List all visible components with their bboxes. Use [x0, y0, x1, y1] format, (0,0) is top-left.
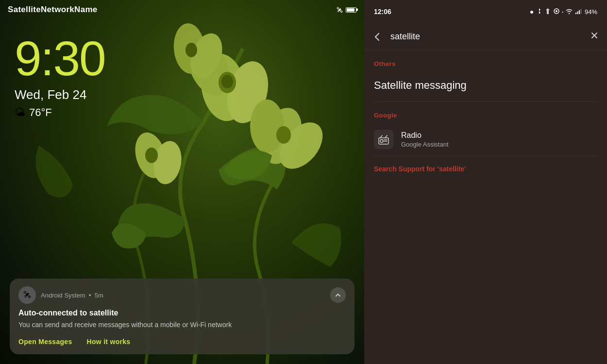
- weather-icon: 🌤: [15, 106, 25, 119]
- network-name: SatelliteNetworkName: [8, 5, 98, 15]
- clock-date: Wed, Feb 24: [15, 87, 105, 102]
- satellite-messaging-title: Satellite messaging: [374, 79, 597, 92]
- support-search-link[interactable]: Search Support for 'satellite': [364, 156, 607, 182]
- focus-icon: [553, 8, 560, 16]
- notification-app-name: Android System: [41, 292, 85, 299]
- clock-time: 9:30: [15, 34, 105, 83]
- dot-indicator: •: [562, 10, 563, 14]
- notification-actions: Open Messages How it works: [18, 338, 346, 346]
- radio-subtitle: Google Assistant: [401, 141, 449, 148]
- svg-rect-18: [575, 13, 576, 14]
- search-clear-button[interactable]: [590, 31, 599, 43]
- notification-body: You can send and receive messages withou…: [18, 320, 346, 330]
- whatsapp-icon: ●: [530, 8, 534, 16]
- settings-panel: 12:06 ●: [364, 0, 607, 364]
- open-messages-button[interactable]: Open Messages: [18, 338, 72, 346]
- settings-status-icons: ● •: [530, 8, 597, 16]
- search-bar: satellite: [364, 23, 607, 50]
- svg-rect-21: [580, 9, 581, 14]
- notification-card: 🛰 Android System • 5m Auto-connected to …: [10, 279, 354, 354]
- svg-point-8: [276, 126, 291, 144]
- settings-status-bar: 12:06 ●: [364, 0, 607, 23]
- weather-row: 🌤 76°F: [15, 106, 105, 119]
- notification-header-left: 🛰 Android System • 5m: [18, 286, 103, 304]
- search-back-button[interactable]: [372, 32, 383, 42]
- notification-title: Auto-connected to satellite: [18, 309, 346, 317]
- svg-point-23: [380, 140, 383, 143]
- svg-point-14: [185, 43, 197, 57]
- radio-title: Radio: [401, 131, 449, 140]
- satellite-messaging-result[interactable]: Satellite messaging: [364, 71, 607, 101]
- bluetooth-icon: [536, 8, 542, 16]
- phone-status-bar: SatelliteNetworkName 🛰: [0, 0, 364, 19]
- satellite-status-icon: 🛰: [337, 6, 343, 14]
- svg-point-16: [556, 10, 557, 12]
- notification-app-icon: 🛰: [18, 286, 36, 304]
- radio-text: Radio Google Assistant: [401, 131, 449, 148]
- phone-screen: SatelliteNetworkName 🛰 9:30 Wed, Feb 24 …: [0, 0, 364, 364]
- svg-point-7: [250, 99, 284, 153]
- section-header-others: Others: [364, 50, 607, 71]
- search-query[interactable]: satellite: [390, 32, 582, 42]
- svg-rect-19: [577, 11, 578, 14]
- phone-clock: 9:30 Wed, Feb 24 🌤 76°F: [15, 34, 105, 119]
- weather-temperature: 76°F: [29, 106, 52, 119]
- svg-rect-20: [579, 10, 580, 14]
- notification-time: 5m: [95, 292, 103, 299]
- notification-expand-button[interactable]: [330, 287, 346, 303]
- notification-header: 🛰 Android System • 5m: [18, 286, 346, 304]
- battery-icon: [346, 7, 356, 13]
- settings-battery-percent: 94%: [585, 8, 597, 16]
- svg-point-4: [221, 75, 233, 88]
- radio-result[interactable]: Radio Google Assistant: [364, 123, 607, 156]
- notification-app-info: Android System • 5m: [41, 292, 103, 299]
- status-icons: 🛰: [337, 6, 356, 14]
- svg-point-11: [145, 148, 158, 163]
- radio-icon-box: [374, 130, 393, 149]
- settings-time: 12:06: [374, 8, 391, 16]
- search-results: Others Satellite messaging Google Radio: [364, 50, 607, 364]
- how-it-works-button[interactable]: How it works: [87, 338, 131, 346]
- location-icon: [544, 8, 551, 16]
- section-header-google: Google: [364, 102, 607, 123]
- wifi-icon: [565, 8, 573, 16]
- svg-point-17: [569, 13, 570, 14]
- signal-icon: [575, 8, 583, 16]
